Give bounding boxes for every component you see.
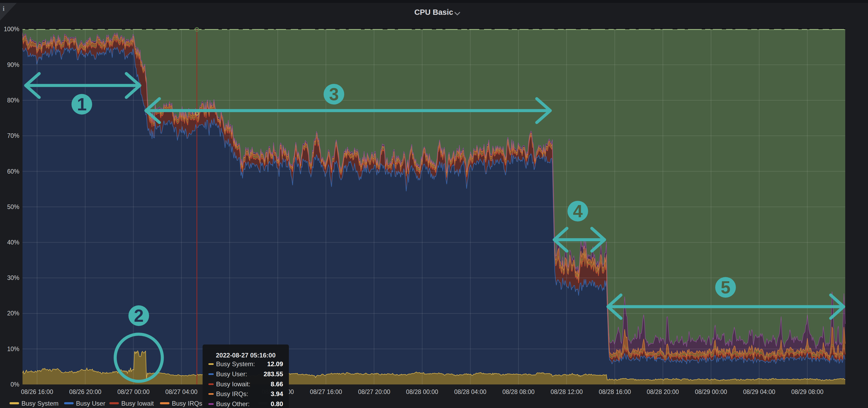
svg-text:08/28 16:00: 08/28 16:00 (599, 388, 631, 395)
svg-text:08/26 16:00: 08/26 16:00 (21, 388, 53, 395)
svg-text:08/28 00:00: 08/28 00:00 (406, 388, 438, 395)
svg-text:08/27 04:00: 08/27 04:00 (165, 388, 197, 395)
svg-text:08/28 20:00: 08/28 20:00 (647, 388, 679, 395)
svg-text:8.66: 8.66 (271, 380, 283, 387)
svg-text:08/27 16:00: 08/27 16:00 (310, 388, 342, 395)
svg-text:3.94: 3.94 (271, 390, 283, 398)
svg-text:10%: 10% (7, 346, 19, 352)
svg-text:i: i (3, 5, 4, 12)
svg-text:08/28 12:00: 08/28 12:00 (551, 388, 583, 395)
svg-text:90%: 90% (7, 61, 19, 68)
svg-text:3: 3 (329, 84, 339, 104)
svg-text:60%: 60% (7, 168, 19, 175)
svg-text:08/27 00:00: 08/27 00:00 (117, 388, 150, 395)
svg-text:Busy IRQs:: Busy IRQs: (216, 390, 248, 398)
svg-text:Busy Other:: Busy Other: (216, 400, 250, 407)
svg-text:30%: 30% (7, 274, 19, 281)
svg-text:08/29 08:00: 08/29 08:00 (791, 388, 824, 395)
svg-text:08/27 20:00: 08/27 20:00 (358, 388, 390, 395)
svg-text:Busy Iowait:: Busy Iowait: (216, 380, 250, 387)
svg-text:2: 2 (134, 306, 144, 326)
svg-text:08/28 04:00: 08/28 04:00 (454, 388, 487, 395)
svg-text:Busy System: Busy System (22, 400, 59, 407)
svg-text:80%: 80% (7, 97, 19, 104)
svg-text:2022-08-27 05:16:00: 2022-08-27 05:16:00 (216, 352, 276, 359)
svg-text:Busy User:: Busy User: (216, 370, 247, 378)
svg-text:70%: 70% (7, 132, 19, 139)
svg-text:CPU Basic: CPU Basic (414, 8, 453, 16)
svg-text:283.55: 283.55 (264, 370, 283, 378)
svg-text:Busy System:: Busy System: (216, 361, 255, 368)
svg-text:100%: 100% (4, 26, 19, 33)
svg-text:08/28 08:00: 08/28 08:00 (502, 388, 535, 395)
svg-text:0%: 0% (10, 381, 19, 388)
svg-text:40%: 40% (7, 239, 19, 246)
svg-text:Busy IRQs: Busy IRQs (172, 400, 202, 407)
svg-text:1: 1 (77, 95, 87, 114)
svg-text:Busy Iowait: Busy Iowait (121, 400, 154, 407)
svg-text:08/26 20:00: 08/26 20:00 (69, 388, 101, 395)
svg-text:5: 5 (721, 278, 731, 297)
svg-text:12.09: 12.09 (267, 361, 283, 368)
svg-text:50%: 50% (7, 203, 19, 210)
svg-text:0.80: 0.80 (271, 400, 283, 407)
svg-text:Busy User: Busy User (76, 400, 105, 407)
svg-text:4: 4 (573, 201, 583, 221)
svg-text:08/29 00:00: 08/29 00:00 (695, 388, 727, 395)
svg-text:20%: 20% (7, 310, 19, 317)
svg-text:08/29 04:00: 08/29 04:00 (743, 388, 775, 395)
